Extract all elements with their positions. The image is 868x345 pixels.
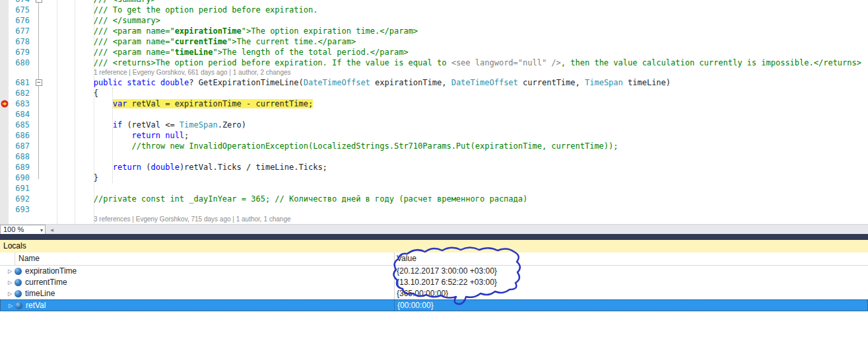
code-segment: (	[141, 163, 150, 172]
code-line[interactable]: 690 }	[0, 172, 868, 183]
zoom-level-value: 100 %	[3, 225, 24, 233]
code-segment: ;	[184, 131, 189, 140]
variable-value[interactable]: {20.12.2017 3:00:00 +03:00}	[397, 266, 497, 277]
code-editor[interactable]: 674− /// <summary>675 /// To get the opt…	[0, 0, 868, 224]
code-line[interactable]: 687 //throw new InvalidOperationExceptio…	[0, 141, 868, 151]
code-segment: ">The length of the total period.</param…	[213, 48, 408, 57]
variable-name: retVal	[26, 300, 46, 311]
code-text: }	[55, 172, 98, 183]
code-line[interactable]: 676 /// </summary>	[0, 15, 868, 26]
code-segment: //throw new InvalidOperationException(Lo…	[132, 141, 618, 151]
expand-triangle-icon[interactable]: ▷	[9, 300, 13, 311]
line-number: 684	[9, 109, 30, 120]
code-segment: {	[94, 89, 98, 98]
code-segment: DateTimeOffset	[451, 78, 518, 87]
code-text: var retVal = expirationTime - currentTim…	[55, 98, 313, 109]
code-segment: ? GetExpirationTimeLine(	[189, 78, 303, 87]
line-number: 689	[9, 162, 30, 172]
locals-row-currentTime[interactable]: ▷currentTime{13.10.2017 6:52:22 +03:00}	[0, 277, 868, 288]
code-line[interactable]: 685 if (retVal <= TimeSpan.Zero)	[0, 120, 868, 130]
code-line[interactable]: 681− public static double? GetExpiration…	[0, 77, 868, 88]
variable-value[interactable]: {13.10.2017 6:52:22 +03:00}	[397, 277, 497, 288]
code-line[interactable]: 674− /// <summary>	[0, 0, 868, 5]
variable-icon	[15, 290, 22, 297]
locals-rows-container: ▷expirationTime{20.12.2017 3:00:00 +03:0…	[0, 266, 868, 311]
code-segment: public static double	[94, 78, 189, 87]
code-segment: /// <param name="	[94, 37, 175, 46]
scroll-left-icon[interactable]: ◂	[50, 225, 53, 234]
code-text: return (double)retVal.Ticks / timeLine.T…	[55, 162, 327, 172]
line-number: 682	[9, 88, 30, 98]
code-segment: TimeSpan	[585, 78, 623, 87]
code-segment: currentTime,	[518, 78, 585, 87]
codelens-info[interactable]: 1 reference | Evgeny Gorshkov, 661 days …	[94, 68, 868, 77]
zoom-level-dropdown[interactable]: 100 % ▾	[0, 225, 46, 235]
code-line[interactable]: 689 return (double)retVal.Ticks / timeLi…	[0, 162, 868, 172]
locals-column-headers: Name Value	[0, 252, 868, 266]
locals-row-retVal[interactable]: ▷retVal{00:00:00}	[0, 299, 868, 311]
current-statement-highlight: var retVal = expirationTime - currentTim…	[113, 99, 313, 108]
expand-triangle-icon[interactable]: ▷	[8, 266, 12, 277]
code-line[interactable]: 691	[0, 183, 868, 194]
code-segment: /// To get the option period before expi…	[94, 5, 318, 15]
variable-name: currentTime	[25, 277, 67, 288]
column-divider[interactable]	[394, 252, 395, 311]
panel-splitter[interactable]	[0, 234, 868, 240]
code-text: /// <returns>The option period before ex…	[55, 58, 861, 68]
code-text: return null;	[55, 130, 189, 141]
code-line[interactable]: 679 /// <param name="timeLine">The lengt…	[0, 47, 868, 58]
line-number: 681	[9, 77, 30, 88]
collapse-toggle-icon[interactable]: −	[36, 0, 42, 3]
horizontal-scrollbar[interactable]: 100 % ▾ ◂	[0, 224, 868, 234]
code-segment: }	[94, 173, 98, 182]
line-number: 688	[9, 151, 30, 162]
code-line[interactable]: 675 /// To get the option period before …	[0, 5, 868, 15]
code-line[interactable]: 692 //private const int _dayInYear = 365…	[0, 194, 868, 204]
code-line[interactable]: 688	[0, 151, 868, 162]
code-segment: var	[113, 99, 127, 108]
collapse-toggle-icon[interactable]: −	[36, 79, 42, 86]
code-segment: /// <param name="	[94, 26, 175, 36]
code-segment: double	[151, 163, 180, 172]
code-segment: ">The option expiration time.</param>	[242, 26, 418, 36]
code-segment: return	[113, 163, 141, 172]
code-line[interactable]: 680 /// <returns>The option period befor…	[0, 58, 868, 68]
visual-studio-debug-view: 674− /// <summary>675 /// To get the opt…	[0, 0, 868, 345]
code-text: //private const int _dayInYear = 365; //…	[55, 194, 527, 204]
line-number: 676	[9, 15, 30, 26]
code-text: /// <param name="expirationTime">The opt…	[55, 26, 418, 36]
variable-value[interactable]: {00:00:00}	[397, 300, 434, 311]
code-line[interactable]: 678 /// <param name="currentTime">The cu…	[0, 36, 868, 47]
expand-triangle-icon[interactable]: ▷	[8, 277, 12, 288]
code-line[interactable]: 684	[0, 109, 868, 120]
breakpoint-current-statement-icon[interactable]	[1, 100, 9, 108]
code-text: /// <param name="currentTime">The curren…	[55, 36, 356, 47]
code-line[interactable]: 682 {	[0, 88, 868, 98]
line-number: 693	[9, 204, 30, 215]
code-segment: (retVal <=	[122, 120, 180, 130]
line-number: 691	[9, 183, 30, 194]
codelens-info[interactable]: 3 references | Evgeny Gorshkov, 715 days…	[94, 215, 868, 224]
code-segment: //private const int _dayInYear = 365; //…	[94, 194, 527, 204]
column-header-name[interactable]: Name	[18, 252, 40, 265]
locals-row-timeLine[interactable]: ▷timeLine{365.00:00:00}	[0, 288, 868, 299]
line-number: 677	[9, 26, 30, 36]
code-line[interactable]: 686 return null;	[0, 130, 868, 141]
code-text: /// </summary>	[55, 15, 160, 26]
line-number: 687	[9, 141, 30, 151]
code-line[interactable]: 677 /// <param name="expirationTime">The…	[0, 26, 868, 36]
code-segment: expirationTime,	[370, 78, 451, 87]
code-text: {	[55, 88, 98, 98]
expand-triangle-icon[interactable]: ▷	[8, 288, 12, 299]
column-header-value[interactable]: Value	[397, 252, 417, 265]
variable-value[interactable]: {365.00:00:00}	[397, 288, 448, 299]
code-text: public static double? GetExpirationTimeL…	[55, 77, 671, 88]
code-text: /// <param name="timeLine">The length of…	[55, 47, 409, 58]
code-line[interactable]: 693	[0, 204, 868, 215]
line-number: 692	[9, 194, 30, 204]
code-line[interactable]: 683 var retVal = expirationTime - curren…	[0, 98, 868, 109]
code-segment: ">The current time.</param>	[227, 37, 356, 46]
code-segment: if	[113, 120, 122, 130]
locals-panel-title: Locals	[0, 240, 868, 252]
locals-row-expirationTime[interactable]: ▷expirationTime{20.12.2017 3:00:00 +03:0…	[0, 266, 868, 277]
